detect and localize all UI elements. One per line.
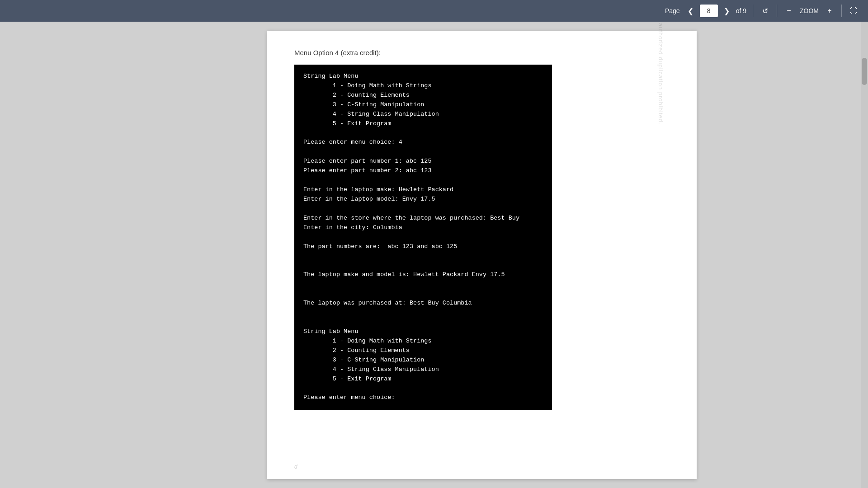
prev-page-button[interactable]: ❮ <box>684 4 698 18</box>
footer-text: d <box>294 464 297 470</box>
separator-2 <box>777 5 777 17</box>
zoom-out-button[interactable]: − <box>782 4 796 18</box>
plus-icon: + <box>827 7 831 15</box>
zoom-label: ZOOM <box>800 7 819 14</box>
total-pages-label: of 9 <box>736 7 746 14</box>
terminal-block: String Lab Menu 1 - Doing Math with Stri… <box>294 65 552 410</box>
prev-icon: ❮ <box>688 7 693 15</box>
watermark: Unauthorized duplication prohibited. <box>657 22 664 125</box>
main-area: Menu Option 4 (extra credit): String Lab… <box>0 22 868 488</box>
zoom-in-button[interactable]: + <box>822 4 837 18</box>
page-label: Page <box>665 7 680 14</box>
scrollbar-thumb[interactable] <box>862 58 867 85</box>
next-page-button[interactable]: ❯ <box>720 4 734 18</box>
separator-3 <box>841 5 842 17</box>
page-number-input[interactable] <box>700 5 718 17</box>
page-navigation: Page ❮ ❯ of 9 <box>665 4 748 18</box>
toolbar: Page ❮ ❯ of 9 ↺ − ZOOM + ⛶ <box>0 0 868 22</box>
fullscreen-button[interactable]: ⛶ <box>846 4 861 18</box>
left-sidebar <box>0 22 103 488</box>
document-page: Menu Option 4 (extra credit): String Lab… <box>267 31 697 479</box>
next-icon: ❯ <box>724 7 730 15</box>
refresh-button[interactable]: ↺ <box>758 4 772 18</box>
page-heading: Menu Option 4 (extra credit): <box>294 49 670 56</box>
minus-icon: − <box>787 7 791 15</box>
separator-1 <box>753 5 753 17</box>
refresh-icon: ↺ <box>762 7 768 15</box>
expand-icon: ⛶ <box>850 7 857 15</box>
document-area[interactable]: Menu Option 4 (extra credit): String Lab… <box>103 22 861 488</box>
right-sidebar[interactable] <box>861 22 868 488</box>
